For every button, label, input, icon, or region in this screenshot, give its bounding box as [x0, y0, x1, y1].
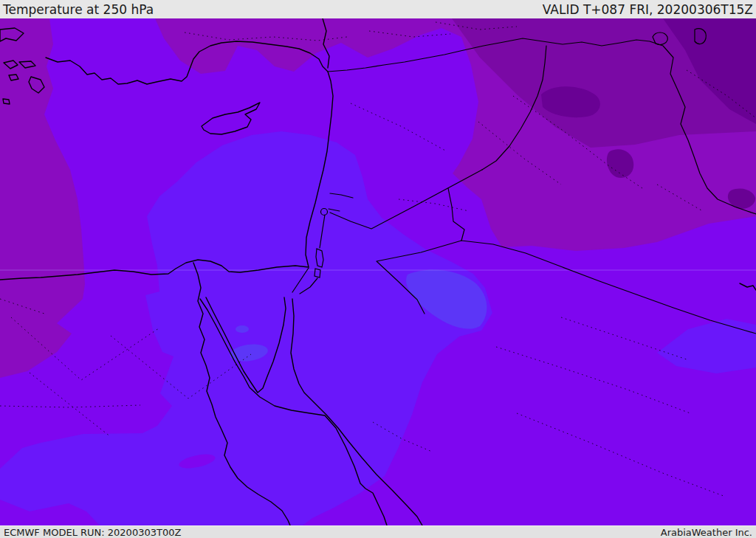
model-run-label: ECMWF MODEL RUN: 20200303T00Z	[4, 527, 181, 538]
credit-label: ArabiaWeather Inc.	[661, 527, 752, 538]
temp-band-f-small-blob	[236, 325, 249, 333]
page-title: Temperature at 250 hPa	[3, 1, 154, 18]
weather-map-screen: Temperature at 250 hPa VALID T+087 FRI, …	[0, 0, 756, 538]
title-bar: Temperature at 250 hPa VALID T+087 FRI, …	[0, 0, 756, 18]
temperature-map	[0, 18, 756, 525]
temp-bands	[0, 18, 756, 525]
footer-bar: ECMWF MODEL RUN: 20200303T00Z ArabiaWeat…	[0, 525, 756, 538]
valid-time-label: VALID T+087 FRI, 20200306T15Z	[543, 1, 753, 18]
